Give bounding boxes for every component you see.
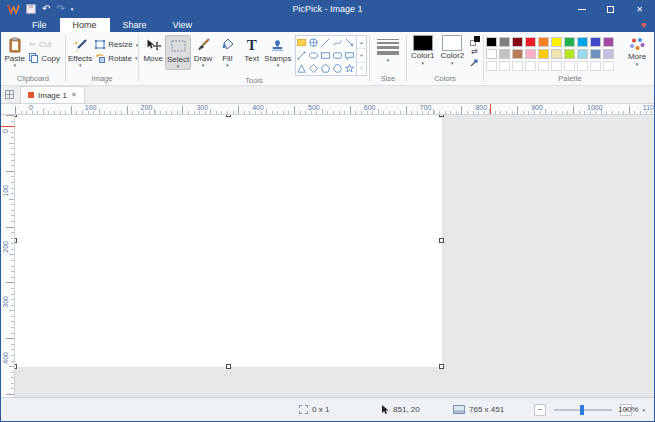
gallery-expand[interactable]: ≡ [357,63,366,75]
selection-handle[interactable] [226,115,231,117]
rotate-button[interactable]: Rotate ▾ [92,51,141,65]
zoom-out-button[interactable]: − [534,404,546,416]
shape-rounded-rectangle[interactable] [332,49,344,62]
palette-swatch[interactable] [590,37,601,47]
palette-swatch[interactable] [603,49,614,59]
zoom-level-dropdown[interactable]: ▾ [642,407,645,413]
maximize-button[interactable] [596,0,625,18]
eyedropper-icon[interactable] [470,57,480,67]
color1-button[interactable]: Color1 ▾ [409,35,437,66]
palette-swatch-empty[interactable] [538,61,549,71]
effects-button[interactable]: Effects ▾ [68,35,92,68]
palette-swatch[interactable] [538,49,549,59]
shape-line[interactable] [320,36,332,49]
selection-handle[interactable] [439,115,444,117]
image-canvas[interactable] [15,115,442,367]
palette-swatch[interactable] [499,49,510,59]
palette-swatch[interactable] [564,37,575,47]
select-tool-button[interactable]: Select ▾ [165,35,190,70]
save-icon[interactable] [26,4,36,14]
stamps-tool-button[interactable]: Stamps ▾ [264,35,292,68]
ruler-label: 300 [2,296,9,308]
shape-star[interactable] [344,62,356,75]
qat-customize-arrow[interactable]: ▾ [71,4,74,14]
selection-handle[interactable] [439,364,444,369]
color2-button[interactable]: Color2 ▾ [439,35,467,66]
minimize-button[interactable] [567,0,596,18]
palette-swatch[interactable] [499,37,510,47]
palette-swatch-empty[interactable] [525,61,536,71]
draw-tool-button[interactable]: Draw ▾ [191,35,215,68]
close-button[interactable]: ✕ [625,0,654,18]
copy-button[interactable]: Copy [26,51,63,65]
shape-triangle[interactable] [296,62,308,75]
palette-swatch[interactable] [525,49,536,59]
palette-swatch[interactable] [577,37,588,47]
undo-button[interactable]: ↶ [42,4,50,14]
selection-handle[interactable] [226,364,231,369]
group-colors: Color1 ▾ Color2 ▾ ⇄ Colors [407,32,483,85]
text-tool-button[interactable]: T Text [240,35,264,63]
tab-share[interactable]: Share [110,18,160,32]
palette-swatch[interactable] [512,49,523,59]
favorite-heart-icon[interactable]: ♥ [641,18,654,32]
selection-handle[interactable] [439,238,444,243]
palette-swatch-empty[interactable] [499,61,510,71]
window-list-icon[interactable] [5,90,14,99]
shape-speech-bubble[interactable] [344,49,356,62]
palette-swatch[interactable] [551,37,562,47]
move-tool-button[interactable]: Move [141,35,165,63]
palette-swatch-empty[interactable] [564,61,575,71]
shape-circle-crosshair[interactable] [308,36,320,49]
palette-swatch[interactable] [486,49,497,59]
palette-swatch[interactable] [603,37,614,47]
size-dropdown-arrow[interactable]: ▾ [387,57,390,63]
resize-button[interactable]: Resize ▾ [92,38,141,51]
palette-swatch[interactable] [590,49,601,59]
tab-view[interactable]: View [160,18,205,32]
palette-swatch-empty[interactable] [577,61,588,71]
close-tab-icon[interactable]: ✕ [71,91,77,99]
palette-swatch-empty[interactable] [551,61,562,71]
palette-swatch[interactable] [486,37,497,47]
line-width-icon[interactable] [377,39,399,55]
more-colors-button[interactable]: More ▾ [620,35,654,67]
palette-swatch[interactable] [512,37,523,47]
quick-access-toolbar: ↶ ↷ ▾ [1,3,73,15]
swap-colors-icon[interactable]: ⇄ [471,47,478,56]
palette-swatch[interactable] [538,37,549,47]
document-tab[interactable]: Image 1 ✕ [20,86,85,103]
paste-button[interactable]: Paste ▾ [3,35,26,68]
shape-hexagon[interactable] [332,62,344,75]
copy-icon [29,53,38,63]
palette-swatch-empty[interactable] [486,61,497,71]
default-colors-icon[interactable] [470,36,480,46]
gallery-scroll-down[interactable]: ▼ [357,49,366,62]
shape-pentagon[interactable] [320,62,332,75]
palette-swatch-empty[interactable] [512,61,523,71]
palette-swatch[interactable] [551,49,562,59]
shape-arrow-line[interactable] [344,36,356,49]
shape-rectangle[interactable] [320,49,332,62]
shape-rectangle-filled[interactable] [296,36,308,49]
selection-size-icon [299,405,308,414]
tab-file[interactable]: File [19,18,60,32]
shape-diamond[interactable] [308,62,320,75]
palette-swatch[interactable] [564,49,575,59]
tab-home[interactable]: Home [60,18,110,32]
group-tools: Move Select ▾ [139,32,369,85]
fill-tool-button[interactable]: Fill ▾ [215,35,239,68]
shape-curve[interactable] [332,36,344,49]
resize-icon [95,40,105,49]
shape-ellipse[interactable] [308,49,320,62]
palette-swatch-empty[interactable] [590,61,601,71]
redo-button[interactable]: ↷ [56,4,64,14]
shape-polyline[interactable] [296,49,308,62]
palette-swatch[interactable] [577,49,588,59]
zoom-slider[interactable] [554,409,612,411]
cut-button[interactable]: ✂ Cut [26,38,63,51]
zoom-slider-thumb[interactable] [580,405,584,415]
palette-swatch[interactable] [525,37,536,47]
gallery-scroll-up[interactable]: ▲ [357,36,366,49]
palette-swatch-empty[interactable] [603,61,614,71]
